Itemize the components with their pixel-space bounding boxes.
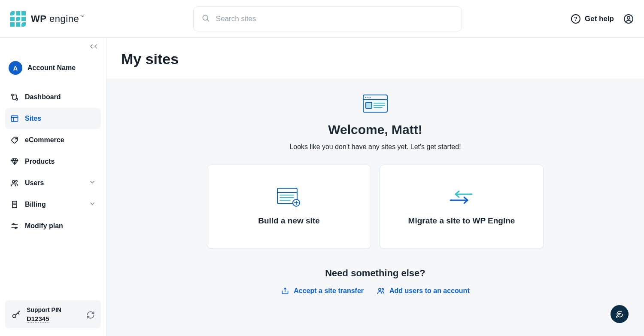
share-icon	[281, 287, 289, 295]
profile-icon	[623, 14, 634, 24]
account-badge: A	[9, 61, 22, 75]
tag-icon	[10, 136, 19, 144]
help-icon: ?	[571, 14, 580, 24]
support-pin-card: Support PIN D12345	[5, 300, 101, 328]
topbar: WP engine™ ? Get help	[0, 0, 644, 38]
chat-button[interactable]	[611, 305, 629, 323]
sidebar-item-label: Products	[25, 158, 55, 165]
chevron-left-icon	[92, 43, 99, 50]
sliders-icon	[10, 222, 19, 230]
sidebar-item-ecommerce[interactable]: eCommerce	[5, 130, 101, 150]
sidebar-item-label: Sites	[25, 115, 41, 122]
svg-rect-24	[366, 102, 372, 108]
get-help-button[interactable]: ? Get help	[571, 14, 614, 24]
sidebar-item-label: Users	[25, 179, 44, 187]
svg-point-3	[627, 16, 630, 19]
search-icon	[201, 14, 210, 24]
users-icon	[377, 287, 385, 295]
add-users-label: Add users to an account	[389, 287, 470, 295]
svg-point-9	[15, 138, 16, 139]
svg-point-42	[379, 288, 381, 290]
sidebar: A Account Name Dashboard Sites eCom	[0, 38, 106, 336]
welcome-hero: Welcome, Matt! Looks like you don't have…	[121, 94, 629, 151]
svg-point-10	[12, 180, 15, 183]
sidebar-item-sites[interactable]: Sites	[5, 108, 101, 129]
sidebar-item-users[interactable]: Users	[5, 173, 101, 193]
dashboard-icon	[10, 93, 19, 101]
sidebar-item-label: Billing	[25, 201, 46, 208]
sidebar-item-products[interactable]: Products	[5, 151, 101, 172]
migrate-icon	[449, 188, 474, 207]
sidebar-nav: Dashboard Sites eCommerce Products	[5, 87, 101, 236]
build-site-icon	[276, 188, 301, 207]
build-site-card[interactable]: Build a new site	[207, 165, 371, 249]
sidebar-item-modify-plan[interactable]: Modify plan	[5, 216, 101, 236]
sidebar-item-label: Dashboard	[25, 93, 61, 101]
chevron-down-icon	[89, 200, 96, 209]
welcome-title: Welcome, Matt!	[328, 122, 422, 137]
get-help-label: Get help	[585, 15, 614, 23]
profile-button[interactable]	[623, 14, 634, 24]
brand-logo[interactable]: WP engine™	[10, 11, 84, 27]
sites-icon	[10, 114, 19, 123]
brand-bold: WP	[31, 13, 46, 24]
migrate-site-card[interactable]: Migrate a site to WP Engine	[380, 165, 544, 249]
svg-point-22	[368, 97, 368, 98]
collapse-sidebar-button[interactable]	[88, 43, 99, 50]
users-icon	[10, 179, 19, 187]
svg-rect-6	[12, 116, 18, 121]
content-area: Welcome, Matt! Looks like you don't have…	[106, 79, 644, 336]
accept-transfer-link[interactable]: Accept a site transfer	[281, 287, 364, 295]
build-site-title: Build a new site	[258, 216, 320, 226]
sidebar-item-dashboard[interactable]: Dashboard	[5, 87, 101, 107]
key-icon	[11, 310, 21, 320]
site-illustration-icon	[362, 94, 388, 115]
account-switcher[interactable]: A Account Name	[9, 61, 97, 75]
svg-point-21	[365, 97, 366, 98]
svg-line-1	[207, 19, 209, 21]
page-title: My sites	[106, 38, 644, 79]
trademark: ™	[80, 15, 84, 19]
welcome-subtitle: Looks like you don't have any sites yet.…	[289, 143, 461, 151]
something-else-title: Need something else?	[121, 268, 629, 279]
chevron-down-icon	[89, 179, 96, 187]
brand-logo-text: WP engine™	[31, 13, 84, 24]
sidebar-item-billing[interactable]: Billing	[5, 194, 101, 215]
refresh-icon	[86, 311, 95, 319]
support-pin-value[interactable]: D12345	[27, 315, 49, 323]
add-users-link[interactable]: Add users to an account	[377, 287, 470, 295]
search-input[interactable]	[215, 14, 454, 24]
search-field[interactable]	[193, 6, 462, 31]
account-name: Account Name	[27, 64, 76, 72]
main-content: My sites	[106, 38, 644, 336]
receipt-icon	[10, 200, 19, 209]
diamond-icon	[10, 157, 19, 166]
sidebar-item-label: eCommerce	[25, 136, 64, 144]
svg-point-11	[15, 180, 17, 182]
accept-transfer-label: Accept a site transfer	[294, 287, 364, 295]
action-cards: Build a new site Migrate a site t	[121, 165, 629, 249]
svg-point-23	[370, 97, 371, 98]
refresh-pin-button[interactable]	[86, 311, 95, 319]
brand-logo-mark	[10, 11, 26, 27]
sidebar-item-label: Modify plan	[25, 222, 63, 230]
something-else: Need something else? Accept a site trans…	[121, 268, 629, 295]
brand-light: engine	[49, 13, 79, 24]
support-pin-label: Support PIN	[27, 306, 61, 313]
migrate-site-title: Migrate a site to WP Engine	[408, 216, 515, 226]
chat-icon	[615, 310, 624, 318]
top-right: ? Get help	[571, 14, 634, 24]
svg-point-43	[382, 288, 384, 290]
